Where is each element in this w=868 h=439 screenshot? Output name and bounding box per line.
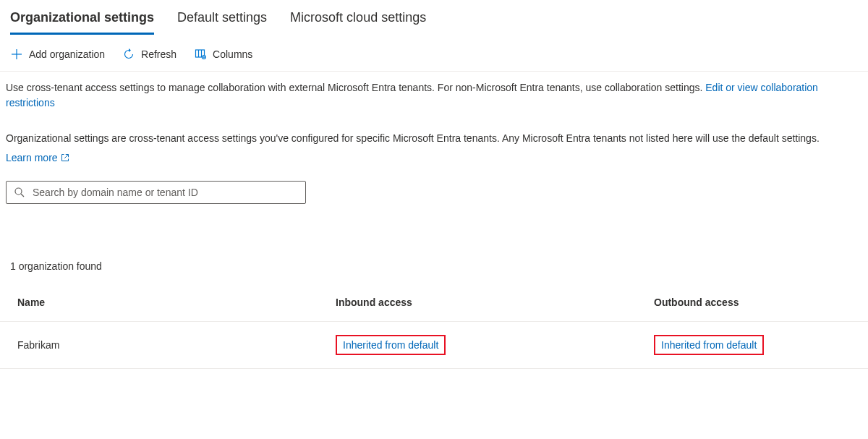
column-header-name[interactable]: Name (17, 297, 336, 308)
external-link-icon (61, 153, 69, 162)
description-text-1: Use cross-tenant access settings to mana… (6, 82, 705, 93)
column-header-outbound[interactable]: Outbound access (654, 297, 851, 308)
organizations-table: Name Inbound access Outbound access Fabr… (0, 297, 868, 369)
search-input[interactable] (33, 187, 299, 198)
svg-line-10 (21, 194, 24, 197)
columns-label: Columns (213, 48, 252, 60)
tab-default-settings[interactable]: Default settings (177, 10, 267, 35)
tab-organizational-settings[interactable]: Organizational settings (10, 10, 154, 35)
columns-icon (194, 48, 207, 61)
tab-microsoft-cloud-settings[interactable]: Microsoft cloud settings (290, 10, 426, 35)
results-count: 1 organization found (0, 210, 868, 275)
search-box[interactable] (6, 181, 306, 204)
add-organization-button[interactable]: Add organization (10, 48, 105, 61)
tabs-container: Organizational settings Default settings… (0, 0, 868, 35)
description-block-2: Organizational settings are cross-tenant… (0, 114, 868, 149)
add-organization-label: Add organization (29, 48, 105, 60)
plus-icon (10, 48, 23, 61)
svg-point-9 (15, 188, 22, 195)
svg-line-8 (64, 155, 68, 158)
description-block-1: Use cross-tenant access settings to mana… (0, 72, 868, 114)
table-row: Fabrikam Inherited from default Inherite… (0, 322, 868, 369)
org-name-cell[interactable]: Fabrikam (17, 339, 336, 351)
learn-more-link[interactable]: Learn more (6, 152, 69, 163)
refresh-label: Refresh (141, 48, 176, 60)
outbound-access-cell: Inherited from default (654, 335, 851, 355)
description-text-2: Organizational settings are cross-tenant… (6, 132, 820, 144)
outbound-access-link[interactable]: Inherited from default (654, 335, 764, 355)
table-header: Name Inbound access Outbound access (0, 297, 868, 322)
search-container (0, 166, 868, 210)
refresh-button[interactable]: Refresh (122, 48, 176, 61)
search-icon (14, 187, 25, 198)
learn-more-label: Learn more (6, 152, 58, 163)
inbound-access-cell: Inherited from default (336, 335, 654, 355)
refresh-icon (122, 48, 135, 61)
columns-button[interactable]: Columns (194, 48, 252, 61)
learn-more-row: Learn more (0, 149, 868, 166)
toolbar: Add organization Refresh Columns (0, 35, 868, 72)
inbound-access-link[interactable]: Inherited from default (336, 335, 446, 355)
column-header-inbound[interactable]: Inbound access (336, 297, 654, 308)
